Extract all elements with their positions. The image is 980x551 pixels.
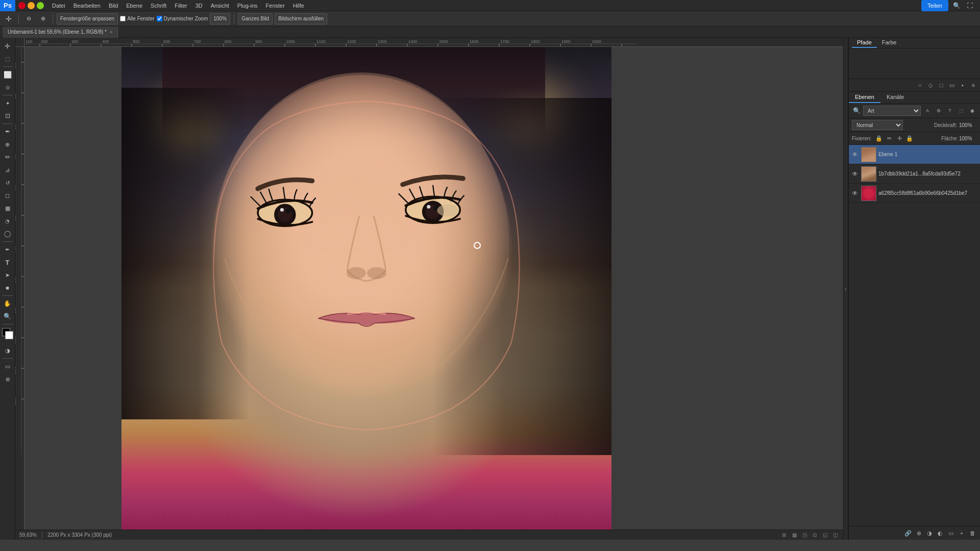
pen-tool[interactable]: ✒ bbox=[2, 243, 14, 256]
shape-tool[interactable]: ■ bbox=[2, 282, 14, 294]
statusbar-icon-3[interactable]: ◳ bbox=[800, 531, 808, 539]
layer-2-visibility[interactable]: 👁 bbox=[851, 170, 859, 178]
window-maximize-button[interactable] bbox=[37, 2, 44, 9]
lock-icon-1[interactable]: 🔒 bbox=[874, 134, 884, 143]
filter-toggle[interactable]: ◉ bbox=[968, 106, 977, 115]
fill-screen-button[interactable]: Bildschirm ausfüllen bbox=[275, 13, 327, 24]
panel-collapse-handle[interactable]: ‹ bbox=[843, 38, 848, 540]
filter-icon-4[interactable]: ⬚ bbox=[957, 106, 966, 115]
document-tab-close[interactable]: × bbox=[110, 30, 112, 35]
path-select-tool[interactable]: ➤ bbox=[2, 269, 14, 281]
clone-stamp-tool[interactable]: ⊿ bbox=[2, 164, 14, 176]
search-icon[interactable]: 🔍 bbox=[951, 1, 962, 11]
add-adjustment-icon[interactable]: ◐ bbox=[936, 529, 945, 538]
add-group-icon[interactable]: ▭ bbox=[946, 529, 955, 538]
window-minimize-button[interactable] bbox=[28, 2, 35, 9]
search-layers-icon[interactable]: 🔍 bbox=[852, 106, 861, 115]
link-layers-icon[interactable]: 🔗 bbox=[903, 529, 913, 538]
document-tab[interactable]: Unbenannt-1 bei 59,6% (Ebene 1, RGB/8) *… bbox=[3, 27, 118, 38]
window-close-button[interactable] bbox=[18, 2, 26, 9]
gradient-tool[interactable]: ▦ bbox=[2, 202, 14, 214]
zoom-tool[interactable]: 🔍 bbox=[2, 310, 14, 322]
maximize-icon[interactable]: ⛶ bbox=[965, 1, 975, 11]
tool-sep-2 bbox=[3, 95, 13, 95]
history-brush-tool[interactable]: ↺ bbox=[2, 177, 14, 189]
panel-icon-diamond[interactable]: ◇ bbox=[926, 81, 935, 90]
statusbar-icon-4[interactable]: ⊡ bbox=[811, 531, 819, 539]
add-style-icon[interactable]: ⊕ bbox=[914, 529, 923, 538]
layer-item-3[interactable]: 👁 a62f85cc5fb8f61a6b90e66b0425d1be7 bbox=[849, 184, 980, 203]
opacity-label: Deckkraft: bbox=[934, 122, 957, 128]
magic-wand-tool[interactable]: ✦ bbox=[2, 97, 14, 109]
menu-hilfe[interactable]: Hilfe bbox=[289, 0, 308, 11]
tab-color[interactable]: Farbe bbox=[877, 38, 902, 48]
all-windows-checkbox[interactable]: Alle Fenster bbox=[120, 16, 154, 21]
statusbar-icon-6[interactable]: ◫ bbox=[831, 531, 839, 539]
quick-mask-button[interactable]: ◑ bbox=[2, 344, 14, 357]
menu-filter[interactable]: Filter bbox=[170, 0, 191, 11]
menu-fenster[interactable]: Fenster bbox=[262, 0, 289, 11]
tab-paths[interactable]: Pfade bbox=[852, 38, 877, 48]
artboard-tool[interactable]: ⬚ bbox=[2, 53, 14, 65]
statusbar-icon-5[interactable]: ◱ bbox=[821, 531, 829, 539]
marquee-tool[interactable]: ⬜ bbox=[2, 68, 14, 81]
panel-icon-square2[interactable]: ▪ bbox=[958, 81, 967, 90]
type-tool[interactable]: T bbox=[2, 256, 14, 268]
zoom-fit-button[interactable]: ⊖ bbox=[22, 13, 35, 25]
menu-ebene[interactable]: Ebene bbox=[122, 0, 146, 11]
blend-mode-select[interactable]: Normal Multiplizieren Abwedeln Überlager… bbox=[852, 120, 903, 130]
crop-tool[interactable]: ⊡ bbox=[2, 110, 14, 122]
screen-mode-button[interactable]: ▭ bbox=[2, 360, 14, 372]
add-mask-icon[interactable]: ◑ bbox=[925, 529, 934, 538]
delete-layer-icon[interactable]: 🗑 bbox=[968, 529, 977, 538]
panel-icon-square[interactable]: □ bbox=[937, 81, 946, 90]
dynamic-zoom-checkbox[interactable]: Dynamischer Zoom bbox=[157, 16, 208, 21]
filter-icon-2[interactable]: ⚙ bbox=[934, 106, 943, 115]
layer-item-2[interactable]: 👁 1b7dbb39dd21a1...8a5fcda93d5e72 bbox=[849, 164, 980, 184]
layer-item-1[interactable]: 👁 Ebene 1 bbox=[849, 145, 980, 164]
lasso-tool[interactable]: ⊙ bbox=[2, 81, 14, 93]
statusbar-icon-1[interactable]: ⊞ bbox=[780, 531, 788, 539]
eyedropper-tool[interactable]: ✒ bbox=[2, 126, 14, 138]
dodge-tool[interactable]: ◯ bbox=[2, 228, 14, 240]
share-button[interactable]: Teilen bbox=[921, 0, 948, 11]
filter-icon-1[interactable]: A bbox=[923, 106, 932, 115]
zoom-in-button[interactable]: ⊕ bbox=[37, 13, 49, 25]
brush-tool[interactable]: ✏ bbox=[2, 151, 14, 163]
fit-all-button[interactable]: Ganzes Bild bbox=[238, 13, 273, 24]
menu-plugins[interactable]: Plug-ins bbox=[233, 0, 262, 11]
menu-bild[interactable]: Bild bbox=[105, 0, 122, 11]
layer-3-thumbnail bbox=[861, 186, 876, 201]
background-color[interactable] bbox=[5, 331, 13, 339]
move-tool[interactable]: ✛ bbox=[2, 40, 14, 52]
lock-icon-2[interactable]: ✏ bbox=[885, 134, 894, 143]
statusbar-icon-2[interactable]: ▦ bbox=[790, 531, 798, 539]
all-windows-check[interactable] bbox=[120, 16, 126, 21]
artboards-button[interactable]: ⊞ bbox=[2, 373, 14, 385]
add-layer-icon[interactable]: + bbox=[957, 529, 966, 538]
spot-heal-tool[interactable]: ⊕ bbox=[2, 138, 14, 151]
panel-icon-rounded[interactable]: ▭ bbox=[947, 81, 957, 90]
panel-icon-circle[interactable]: ○ bbox=[915, 81, 924, 90]
menu-ansicht[interactable]: Ansicht bbox=[207, 0, 233, 11]
lock-icon-4[interactable]: 🔒 bbox=[905, 134, 914, 143]
color-boxes[interactable] bbox=[2, 328, 13, 339]
menu-3d[interactable]: 3D bbox=[191, 0, 207, 11]
eraser-tool[interactable]: ◻ bbox=[2, 189, 14, 202]
fit-window-button[interactable]: Fenstergröße anpassen bbox=[57, 13, 118, 24]
layer-3-visibility[interactable]: 👁 bbox=[851, 189, 859, 197]
blur-tool[interactable]: ◔ bbox=[2, 215, 14, 227]
portrait-canvas[interactable] bbox=[121, 47, 611, 530]
layer-filter-select[interactable]: Art Art Name Effekt Modus bbox=[863, 106, 921, 116]
dynamic-zoom-check[interactable] bbox=[157, 16, 162, 21]
hand-tool[interactable]: ✋ bbox=[2, 297, 14, 310]
layer-1-visibility[interactable]: 👁 bbox=[851, 151, 859, 159]
tab-channels[interactable]: Kanäle bbox=[880, 92, 910, 103]
tab-layers[interactable]: Ebenen bbox=[849, 92, 880, 103]
menu-datei[interactable]: Datei bbox=[48, 0, 69, 11]
menu-bearbeiten[interactable]: Bearbeiten bbox=[69, 0, 105, 11]
lock-icon-3[interactable]: ✛ bbox=[895, 134, 904, 143]
panel-icon-list[interactable]: ≡ bbox=[969, 81, 978, 90]
menu-schrift[interactable]: Schrift bbox=[146, 0, 170, 11]
filter-icon-3[interactable]: T bbox=[945, 106, 954, 115]
